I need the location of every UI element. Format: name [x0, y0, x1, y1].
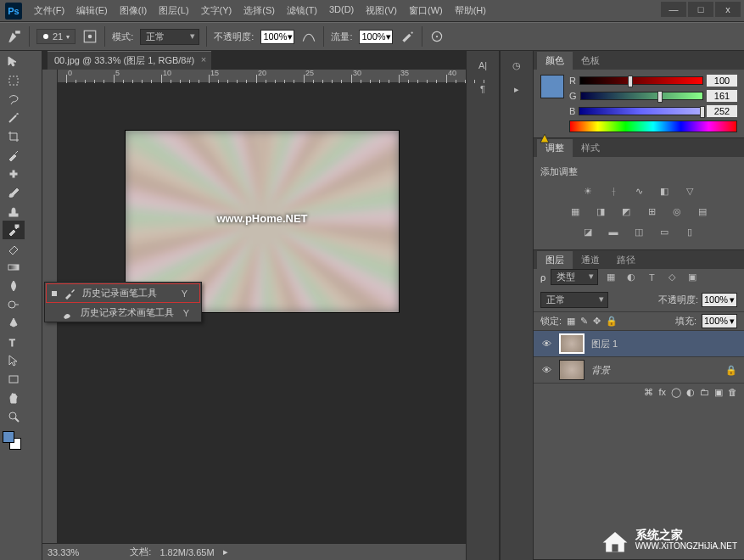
layer-item[interactable]: 👁 图层 1 [534, 331, 744, 357]
actions-panel-icon[interactable]: ▸ [506, 80, 527, 98]
ruler-horizontal[interactable]: 0510152025303540 [58, 70, 466, 83]
menu-filter[interactable]: 滤镜(T) [282, 1, 322, 20]
eraser-tool[interactable] [3, 239, 25, 258]
filter-pixel-icon[interactable]: ▦ [603, 271, 618, 284]
foreground-color[interactable] [540, 75, 564, 98]
r-value[interactable]: 100 [707, 75, 737, 87]
menu-window[interactable]: 窗口(W) [404, 1, 448, 20]
close-tab-icon[interactable]: × [201, 54, 206, 64]
link-layers-icon[interactable]: ⌘ [644, 387, 653, 398]
curves-icon[interactable]: ∿ [629, 183, 648, 199]
maximize-button[interactable]: □ [688, 2, 713, 17]
character-panel-icon[interactable]: A| [473, 56, 493, 75]
filter-smart-icon[interactable]: ▣ [685, 271, 700, 284]
levels-icon[interactable]: ⟊ [604, 183, 623, 199]
color-swatch[interactable] [3, 431, 21, 450]
minimize-button[interactable]: — [661, 2, 686, 17]
close-button[interactable]: x [715, 2, 741, 17]
layer-item[interactable]: 👁 背景 🔒 [534, 357, 744, 384]
zoom-value[interactable]: 33.33% [48, 547, 79, 557]
brush-panel-icon[interactable] [82, 29, 98, 44]
dodge-tool[interactable] [3, 295, 25, 314]
opacity-input[interactable]: 100%▾ [260, 30, 294, 44]
layer-thumbnail[interactable] [559, 333, 585, 354]
visibility-toggle[interactable]: 👁 [540, 365, 552, 375]
lasso-tool[interactable] [3, 90, 25, 109]
menu-select[interactable]: 选择(S) [238, 1, 280, 20]
history-brush-tool[interactable] [3, 221, 25, 239]
photofilter-icon[interactable]: ◩ [617, 204, 635, 219]
filter-adjust-icon[interactable]: ◐ [624, 271, 639, 284]
magic-wand-tool[interactable] [3, 109, 25, 127]
layer-name[interactable]: 图层 1 [591, 338, 618, 350]
layer-filter-kind[interactable]: 类型 [551, 269, 598, 285]
tab-layers[interactable]: 图层 [537, 251, 573, 269]
poster-icon[interactable]: ▬ [604, 224, 623, 239]
menu-view[interactable]: 视图(V) [361, 1, 402, 20]
fx-icon[interactable]: fx [658, 387, 666, 398]
marquee-tool[interactable] [3, 71, 25, 90]
delete-layer-icon[interactable]: 🗑 [728, 387, 737, 398]
menu-file[interactable]: 文件(F) [29, 1, 70, 20]
layer-name[interactable]: 背景 [591, 364, 610, 377]
gradient-tool[interactable] [3, 258, 25, 277]
menu-3d[interactable]: 3D(D) [324, 1, 359, 20]
filter-type-icon[interactable]: T [644, 271, 659, 284]
vibrance-icon[interactable]: ▽ [680, 183, 699, 199]
flow-input[interactable]: 100%▾ [359, 30, 393, 44]
rect-tool[interactable] [3, 370, 25, 389]
menu-type[interactable]: 文字(Y) [196, 1, 238, 20]
zoom-tool[interactable] [3, 407, 25, 426]
path-select-tool[interactable] [3, 351, 25, 370]
brush-preset[interactable]: 21 ▾ [36, 29, 76, 44]
type-tool[interactable]: T [3, 333, 25, 351]
menu-edit[interactable]: 编辑(E) [71, 1, 113, 20]
threshold-icon[interactable]: ◫ [629, 224, 648, 239]
healing-tool[interactable] [3, 165, 25, 183]
eyedropper-tool[interactable] [3, 146, 25, 165]
pressure-opacity-icon[interactable] [301, 29, 316, 44]
lock-all-icon[interactable]: 🔒 [606, 316, 618, 327]
new-layer-icon[interactable]: ▣ [714, 387, 723, 398]
tab-styles[interactable]: 样式 [573, 139, 608, 157]
selcolor-icon[interactable]: ▯ [680, 224, 699, 239]
hand-tool[interactable] [3, 389, 25, 407]
document-tab[interactable]: 00.jpg @ 33.3% (图层 1, RGB/8#) × [48, 51, 211, 70]
tab-swatches[interactable]: 色板 [573, 52, 608, 70]
g-value[interactable]: 161 [707, 90, 737, 102]
mask-icon[interactable]: ◯ [671, 387, 681, 398]
tab-channels[interactable]: 通道 [573, 251, 608, 269]
pressure-size-icon[interactable] [429, 29, 445, 44]
pen-tool[interactable] [3, 314, 25, 333]
b-slider[interactable] [579, 107, 703, 115]
blur-tool[interactable] [3, 277, 25, 295]
tab-color[interactable]: 颜色 [537, 52, 573, 70]
history-panel-icon[interactable]: ◷ [506, 56, 527, 75]
blend-mode-select[interactable]: 正常 [140, 29, 199, 45]
bw-icon[interactable]: ◨ [591, 204, 610, 219]
status-arrow-icon[interactable]: ▸ [223, 546, 228, 557]
filter-shape-icon[interactable]: ◇ [664, 271, 680, 284]
crop-tool[interactable] [3, 127, 25, 146]
lock-pos-icon[interactable]: ✥ [593, 316, 601, 327]
layer-opacity-input[interactable]: 100%▾ [702, 293, 737, 307]
fill-input[interactable]: 100%▾ [702, 314, 737, 328]
colorlookup-icon[interactable]: ◎ [668, 204, 686, 219]
adjustment-layer-icon[interactable]: ◐ [686, 387, 695, 398]
group-icon[interactable]: 🗀 [700, 387, 709, 398]
g-slider[interactable] [580, 92, 703, 100]
flyout-item-art-history-brush[interactable]: 历史记录艺术画笔工具 Y [45, 304, 201, 322]
paragraph-panel-icon[interactable]: ¶ [473, 80, 493, 98]
lut-icon[interactable]: ▤ [693, 204, 712, 219]
exposure-icon[interactable]: ◧ [655, 183, 674, 199]
b-value[interactable]: 252 [707, 105, 737, 117]
menu-layer[interactable]: 图层(L) [154, 1, 193, 20]
brightness-icon[interactable]: ☀ [579, 183, 597, 199]
visibility-toggle[interactable]: 👁 [540, 339, 552, 349]
gradmap-icon[interactable]: ▭ [655, 224, 674, 239]
flyout-item-history-brush[interactable]: 历史记录画笔工具 Y [46, 283, 200, 303]
r-slider[interactable] [579, 76, 703, 85]
lock-trans-icon[interactable]: ▦ [567, 316, 575, 327]
stamp-tool[interactable] [3, 202, 25, 221]
current-tool-icon[interactable] [7, 29, 22, 44]
